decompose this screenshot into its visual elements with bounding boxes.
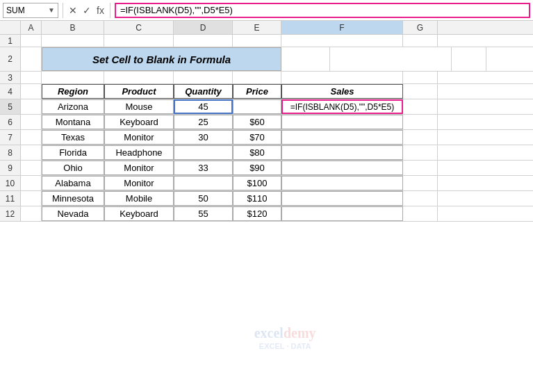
cell-b6-region[interactable]: Montana xyxy=(42,115,104,129)
title-cell: Set Cell to Blank in Formula xyxy=(42,47,281,71)
cell-a12[interactable] xyxy=(21,206,42,221)
cell-e1[interactable] xyxy=(233,35,281,47)
cell-e8-price[interactable]: $80 xyxy=(233,145,281,160)
cell-c6-product[interactable]: Keyboard xyxy=(104,115,174,129)
col-header-b[interactable]: B xyxy=(42,21,104,34)
cell-a3[interactable] xyxy=(21,72,42,83)
cell-a8[interactable] xyxy=(21,145,42,160)
cell-d11-quantity[interactable]: 50 xyxy=(174,191,233,206)
col-header-c[interactable]: C xyxy=(104,21,174,34)
cell-b1[interactable] xyxy=(42,35,104,47)
cell-c10-product[interactable]: Monitor xyxy=(104,176,174,190)
cell-e12-price[interactable]: $120 xyxy=(233,206,281,221)
cell-f10-sales[interactable] xyxy=(281,176,403,190)
cell-g2[interactable] xyxy=(452,47,486,71)
cell-c5-product[interactable]: Mouse xyxy=(104,99,174,114)
cell-d1[interactable] xyxy=(174,35,233,47)
row-header-8: 8 xyxy=(0,145,21,160)
cell-d7-quantity[interactable]: 30 xyxy=(174,130,233,145)
cell-a1[interactable] xyxy=(21,35,42,47)
cell-f11-sales[interactable] xyxy=(281,191,403,206)
cell-e5-price[interactable] xyxy=(233,99,281,114)
cell-c9-product[interactable]: Monitor xyxy=(104,161,174,175)
cell-a10[interactable] xyxy=(21,176,42,190)
cell-f2[interactable] xyxy=(330,47,452,71)
name-box-dropdown-icon[interactable]: ▼ xyxy=(48,6,55,14)
name-box[interactable]: SUM ▼ xyxy=(3,3,58,18)
cell-e10-price[interactable]: $100 xyxy=(233,176,281,190)
cell-b7-region[interactable]: Texas xyxy=(42,130,104,145)
cell-c11-product[interactable]: Mobile xyxy=(104,191,174,206)
col-header-f[interactable]: F xyxy=(281,21,403,34)
cell-b3[interactable] xyxy=(42,72,104,83)
cell-b9-region[interactable]: Ohio xyxy=(42,161,104,175)
cell-c7-product[interactable]: Monitor xyxy=(104,130,174,145)
cell-f6-sales[interactable] xyxy=(281,115,403,129)
fx-icon[interactable]: fx xyxy=(95,5,106,16)
cell-d12-quantity[interactable]: 55 xyxy=(174,206,233,221)
cell-f4-sales[interactable]: Sales xyxy=(281,84,403,99)
cell-e4-price[interactable]: Price xyxy=(233,84,281,99)
cell-g6[interactable] xyxy=(403,115,438,129)
cell-b11-region[interactable]: Minnesota xyxy=(42,191,104,206)
cell-c8-product[interactable]: Headphone xyxy=(104,145,174,160)
cell-b4-region[interactable]: Region xyxy=(42,84,104,99)
cell-c4-product[interactable]: Product xyxy=(104,84,174,99)
spreadsheet: A B C D E F G 1 2 Set Cell to Blank in F… xyxy=(0,21,533,222)
cell-g3[interactable] xyxy=(403,72,438,83)
cell-g12[interactable] xyxy=(403,206,438,221)
cell-f12-sales[interactable] xyxy=(281,206,403,221)
col-header-d[interactable]: D xyxy=(174,21,233,34)
col-header-a[interactable]: A xyxy=(21,21,42,34)
cell-a7[interactable] xyxy=(21,130,42,145)
cell-a6[interactable] xyxy=(21,115,42,129)
cell-d3[interactable] xyxy=(174,72,233,83)
cell-e11-price[interactable]: $110 xyxy=(233,191,281,206)
cell-g9[interactable] xyxy=(403,161,438,175)
cell-d8-quantity[interactable] xyxy=(174,145,233,160)
cell-b10-region[interactable]: Alabama xyxy=(42,176,104,190)
row-header-10: 10 xyxy=(0,176,21,190)
cell-d4-quantity[interactable]: Quantity xyxy=(174,84,233,99)
confirm-icon[interactable]: ✓ xyxy=(81,5,92,16)
cell-c12-product[interactable]: Keyboard xyxy=(104,206,174,221)
cell-f5-formula[interactable]: =IF(ISBLANK(D5),"",D5*E5) xyxy=(281,99,403,114)
cell-a9[interactable] xyxy=(21,161,42,175)
cell-a11[interactable] xyxy=(21,191,42,206)
cell-c1[interactable] xyxy=(104,35,174,47)
cell-e7-price[interactable]: $70 xyxy=(233,130,281,145)
cell-e6-price[interactable]: $60 xyxy=(233,115,281,129)
row-3: 3 xyxy=(0,72,533,84)
cell-a5[interactable] xyxy=(21,99,42,114)
cell-d10-quantity[interactable] xyxy=(174,176,233,190)
cell-g1[interactable] xyxy=(403,35,438,47)
cell-d9-quantity[interactable]: 33 xyxy=(174,161,233,175)
cell-d6-quantity[interactable]: 25 xyxy=(174,115,233,129)
cancel-icon[interactable]: ✕ xyxy=(67,5,79,16)
cell-f7-sales[interactable] xyxy=(281,130,403,145)
cell-f8-sales[interactable] xyxy=(281,145,403,160)
cell-a2[interactable] xyxy=(21,47,42,71)
cell-g7[interactable] xyxy=(403,130,438,145)
cell-d5-quantity[interactable]: 45 xyxy=(174,99,233,114)
cell-e2[interactable] xyxy=(281,47,330,71)
row-header-5: 5 xyxy=(0,99,21,114)
cell-b8-region[interactable]: Florida xyxy=(42,145,104,160)
cell-g8[interactable] xyxy=(403,145,438,160)
cell-g11[interactable] xyxy=(403,191,438,206)
cell-a4[interactable] xyxy=(21,84,42,99)
cell-g5[interactable] xyxy=(403,99,438,114)
col-header-g[interactable]: G xyxy=(403,21,438,34)
cell-c3[interactable] xyxy=(104,72,174,83)
cell-e3[interactable] xyxy=(233,72,281,83)
formula-input[interactable] xyxy=(115,3,530,18)
cell-g4[interactable] xyxy=(403,84,438,99)
col-header-e[interactable]: E xyxy=(233,21,281,34)
cell-f1[interactable] xyxy=(281,35,403,47)
cell-g10[interactable] xyxy=(403,176,438,190)
cell-b12-region[interactable]: Nevada xyxy=(42,206,104,221)
cell-f3[interactable] xyxy=(281,72,403,83)
cell-f9-sales[interactable] xyxy=(281,161,403,175)
cell-b5-region[interactable]: Arizona xyxy=(42,99,104,114)
cell-e9-price[interactable]: $90 xyxy=(233,161,281,175)
